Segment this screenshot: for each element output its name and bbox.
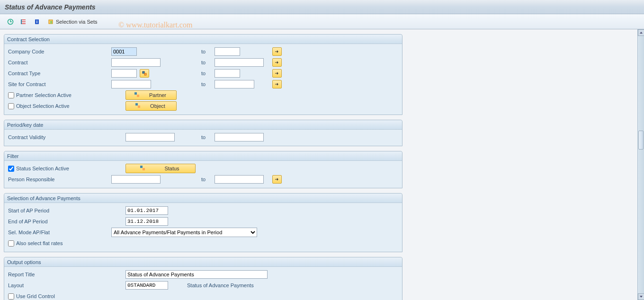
contract-to-input[interactable] bbox=[215, 58, 264, 67]
object-button[interactable]: Object bbox=[125, 101, 177, 111]
end-ap-input[interactable] bbox=[125, 217, 168, 226]
contract-type-to-input[interactable] bbox=[215, 69, 240, 78]
status-selection-checkbox[interactable]: Status Selection Active bbox=[7, 166, 111, 172]
scroll-up-icon[interactable] bbox=[638, 29, 644, 36]
company-code-to-input[interactable] bbox=[215, 47, 240, 56]
info-icon[interactable]: i bbox=[31, 17, 43, 26]
execute-icon[interactable] bbox=[5, 17, 16, 26]
group-title: Filter bbox=[4, 151, 402, 161]
partner-selection-checkbox[interactable]: Partner Selection Active bbox=[7, 92, 111, 98]
svg-rect-7 bbox=[134, 92, 137, 95]
to-label: to bbox=[200, 71, 215, 76]
start-ap-input[interactable] bbox=[125, 206, 168, 215]
title-bar: Status of Advance Payments bbox=[0, 0, 644, 14]
svg-rect-4 bbox=[50, 21, 52, 24]
person-multiple-icon[interactable] bbox=[272, 175, 282, 184]
company-code-label: Company Code bbox=[7, 49, 111, 54]
vertical-scrollbar[interactable] bbox=[637, 29, 644, 300]
contract-multiple-icon[interactable] bbox=[272, 58, 282, 67]
select-all-icon[interactable] bbox=[18, 17, 29, 26]
sel-mode-label: Sel. Mode AP/Flat bbox=[7, 229, 111, 235]
to-label: to bbox=[200, 81, 215, 87]
group-period: Period/key date Contract Validity to bbox=[4, 120, 402, 146]
to-label: to bbox=[200, 60, 215, 65]
svg-rect-6 bbox=[144, 73, 146, 75]
company-code-multiple-icon[interactable] bbox=[272, 47, 282, 56]
report-title-label: Report Title bbox=[7, 272, 111, 277]
svg-rect-9 bbox=[135, 103, 138, 106]
end-ap-label: End of AP Period bbox=[7, 219, 111, 224]
person-to-input[interactable] bbox=[215, 175, 264, 184]
person-from-input[interactable] bbox=[111, 175, 161, 184]
person-responsible-label: Person Responsible bbox=[7, 176, 111, 182]
layout-desc: Status of Advance Payments bbox=[187, 282, 254, 288]
group-filter: Filter Status Selection Active Status Pe… bbox=[4, 151, 402, 188]
group-title: Selection of Advance Payments bbox=[4, 194, 402, 203]
contract-label: Contract bbox=[7, 60, 111, 65]
selection-via-sets-button[interactable]: Selection via Sets bbox=[45, 17, 100, 26]
site-from-input[interactable] bbox=[111, 80, 151, 88]
start-ap-label: Start of AP Period bbox=[7, 208, 111, 213]
group-output: Output options Report Title Layout Statu… bbox=[4, 257, 402, 300]
contract-type-label: Contract Type bbox=[7, 71, 111, 76]
toolbar: i Selection via Sets bbox=[0, 14, 644, 29]
partner-button[interactable]: Partner bbox=[125, 90, 177, 100]
scroll-down-icon[interactable] bbox=[638, 293, 644, 300]
group-title: Contract Selection bbox=[4, 35, 402, 44]
to-label: to bbox=[200, 49, 215, 54]
content-area: Contract Selection Company Code to Contr… bbox=[0, 30, 637, 300]
scroll-thumb[interactable] bbox=[638, 131, 644, 150]
site-multiple-icon[interactable] bbox=[272, 80, 282, 88]
validity-to-input[interactable] bbox=[215, 133, 264, 141]
flat-rates-checkbox[interactable]: Also select flat rates bbox=[7, 240, 111, 247]
contract-type-helper-icon[interactable] bbox=[140, 69, 149, 78]
group-advance: Selection of Advance Payments Start of A… bbox=[4, 193, 402, 252]
page-title: Status of Advance Payments bbox=[5, 3, 96, 11]
layout-label: Layout bbox=[7, 282, 111, 288]
contract-validity-label: Contract Validity bbox=[7, 134, 111, 140]
validity-from-input[interactable] bbox=[125, 133, 175, 141]
group-title: Output options bbox=[4, 257, 402, 267]
group-title: Period/key date bbox=[4, 120, 402, 130]
svg-rect-5 bbox=[143, 71, 144, 73]
to-label: to bbox=[200, 176, 215, 182]
contract-from-input[interactable] bbox=[111, 58, 161, 67]
status-button[interactable]: Status bbox=[125, 164, 196, 173]
svg-rect-8 bbox=[137, 95, 139, 97]
svg-text:i: i bbox=[36, 19, 38, 24]
svg-rect-11 bbox=[140, 166, 143, 168]
group-contract-selection: Contract Selection Company Code to Contr… bbox=[4, 34, 402, 115]
svg-rect-12 bbox=[143, 168, 145, 170]
site-to-input[interactable] bbox=[215, 80, 254, 88]
object-selection-checkbox[interactable]: Object Selection Active bbox=[7, 103, 111, 109]
layout-input[interactable] bbox=[125, 281, 168, 290]
to-label: to bbox=[200, 134, 215, 140]
svg-rect-10 bbox=[138, 106, 140, 108]
contract-type-multiple-icon[interactable] bbox=[272, 69, 282, 78]
site-label: Site for Contract bbox=[7, 81, 111, 87]
company-code-from-input[interactable] bbox=[111, 47, 137, 56]
sel-mode-combo[interactable]: All Advance Payments/Flat Payments in Pe… bbox=[111, 228, 257, 237]
scroll-track[interactable] bbox=[638, 36, 644, 293]
grid-control-checkbox[interactable]: Use Grid Control bbox=[7, 293, 111, 300]
report-title-input[interactable] bbox=[125, 270, 268, 279]
contract-type-from-input[interactable] bbox=[111, 69, 137, 78]
